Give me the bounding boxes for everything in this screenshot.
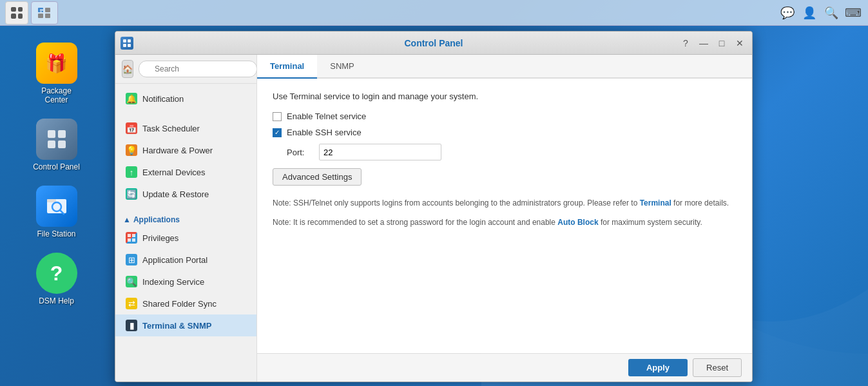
telnet-checkbox-label[interactable]: Enable Telnet service	[273, 111, 366, 121]
svg-rect-7	[58, 130, 66, 138]
control-panel-taskbar-button[interactable]	[31, 1, 58, 24]
svg-rect-21	[132, 238, 135, 242]
ssh-checkbox[interactable]	[273, 128, 282, 137]
advanced-settings-button[interactable]: Advanced Settings	[273, 168, 362, 186]
package-center-icon[interactable]: 🎁 PackageCenter	[18, 39, 95, 108]
ssh-checkbox-label[interactable]: Enable SSH service	[273, 128, 362, 137]
note1-suffix: for more details.	[671, 198, 729, 207]
svg-rect-18	[128, 234, 131, 237]
description-text: Use Terminal service to login and manage…	[273, 92, 737, 101]
svg-rect-19	[132, 234, 135, 237]
sidebar-item-update-restore-label: Update & Restore	[142, 189, 209, 199]
svg-rect-3	[45, 14, 50, 18]
terminal-link[interactable]: Terminal	[640, 198, 671, 207]
svg-rect-15	[128, 39, 131, 43]
terminal-snmp-icon: ▮	[126, 320, 137, 331]
sidebar-item-privileges-label: Privileges	[142, 233, 178, 243]
svg-rect-16	[123, 44, 126, 47]
search-input[interactable]	[139, 61, 257, 77]
sidebar-item-notification-label: Notification	[142, 94, 184, 104]
file-station-desktop-icon[interactable]: File Station	[18, 182, 95, 242]
ssh-label: Enable SSH service	[287, 128, 362, 137]
svg-rect-6	[48, 130, 55, 138]
window-footer: Apply Reset	[257, 353, 752, 381]
sidebar-item-notification[interactable]: 🔔 Notification	[115, 88, 256, 110]
svg-rect-9	[58, 140, 66, 148]
user-icon[interactable]: 👤	[802, 6, 816, 20]
sidebar-item-task-scheduler[interactable]: 📅 Task Scheduler	[115, 117, 256, 139]
tab-bar: Terminal SNMP	[257, 55, 752, 79]
sidebar-item-update-restore[interactable]: 🔄 Update & Restore	[115, 183, 256, 205]
sidebar-item-shared-folder-sync-label: Shared Folder Sync	[142, 299, 217, 309]
auto-block-link[interactable]: Auto Block	[557, 218, 598, 227]
port-label: Port:	[287, 148, 313, 157]
telnet-checkbox[interactable]	[273, 112, 282, 121]
svg-rect-20	[128, 238, 131, 242]
indexing-service-icon: 🔍	[126, 276, 137, 287]
sidebar-item-indexing-service-label: Indexing Service	[142, 277, 204, 287]
sidebar-item-external-devices-label: External Devices	[142, 168, 206, 177]
app-grid-button[interactable]	[5, 1, 28, 24]
update-restore-icon: 🔄	[126, 188, 137, 200]
sidebar-section-notification: 🔔 Notification	[115, 84, 256, 113]
control-panel-desktop-icon[interactable]: Control Panel	[18, 115, 95, 175]
search-taskbar-icon[interactable]: 🔍	[824, 6, 838, 20]
external-devices-icon: ↑	[126, 166, 137, 178]
chat-icon[interactable]: 💬	[780, 6, 795, 20]
applications-header: ▲ Applications	[115, 213, 256, 227]
taskbar-left	[0, 1, 58, 24]
tab-terminal[interactable]: Terminal	[257, 55, 317, 79]
keyboard-icon[interactable]: ⌨	[846, 6, 860, 20]
home-button[interactable]: 🏠	[122, 60, 133, 78]
svg-rect-1	[38, 14, 43, 18]
telnet-row: Enable Telnet service	[273, 111, 737, 121]
apply-button[interactable]: Apply	[628, 359, 688, 376]
help-button[interactable]: ?	[679, 36, 693, 50]
telnet-label: Enable Telnet service	[287, 111, 366, 121]
sidebar-item-application-portal[interactable]: ⊞ Application Portal	[115, 249, 256, 271]
close-button[interactable]: ✕	[733, 36, 747, 50]
minimize-button[interactable]: —	[697, 36, 711, 50]
ssh-row: Enable SSH service	[273, 128, 737, 137]
taskbar: 💬 👤 🔍 ⌨	[0, 0, 868, 26]
port-input[interactable]	[319, 144, 441, 160]
sidebar-item-hardware-power[interactable]: 💡 Hardware & Power	[115, 139, 256, 161]
control-panel-window: Control Panel ? — □ ✕ 🏠 🔍 🔔 Not	[115, 31, 753, 382]
hardware-power-icon: 💡	[126, 144, 137, 156]
note-1: Note: SSH/Telnet only supports logins fr…	[273, 197, 737, 209]
maximize-button[interactable]: □	[715, 36, 729, 50]
application-portal-icon: ⊞	[126, 254, 137, 265]
svg-rect-17	[128, 44, 131, 47]
collapse-icon: ▲	[123, 215, 131, 224]
sidebar-item-privileges[interactable]: Privileges	[115, 227, 256, 249]
svg-rect-2	[45, 8, 50, 12]
svg-rect-8	[48, 140, 55, 148]
privileges-icon	[126, 232, 137, 244]
window-title: Control Panel	[404, 38, 463, 48]
sidebar-section-system: 📅 Task Scheduler 💡 Hardware & Power ↑ Ex…	[115, 113, 256, 209]
sidebar-header: 🏠 🔍	[115, 55, 256, 84]
note1-prefix: Note: SSH/Telnet only supports logins fr…	[273, 198, 640, 207]
sidebar-item-external-devices[interactable]: ↑ External Devices	[115, 161, 256, 183]
content-area: Terminal SNMP Use Terminal service to lo…	[257, 55, 752, 381]
desktop: 🎁 PackageCenter Control Panel File Stati…	[0, 26, 113, 386]
shared-folder-sync-icon: ⇄	[126, 298, 137, 309]
sidebar: 🏠 🔍 🔔 Notification 📅 Task Scheduler	[115, 55, 257, 381]
note2-suffix: for maximum system security.	[599, 218, 702, 227]
sidebar-item-terminal-snmp[interactable]: ▮ Terminal & SNMP	[115, 314, 256, 336]
search-wrapper: 🔍	[139, 61, 257, 77]
sidebar-section-applications: ▲ Applications Privileges	[115, 209, 256, 340]
sidebar-item-task-scheduler-label: Task Scheduler	[142, 124, 200, 133]
port-row: Port:	[273, 144, 737, 160]
reset-button[interactable]: Reset	[693, 358, 742, 377]
sidebar-item-shared-folder-sync[interactable]: ⇄ Shared Folder Sync	[115, 293, 256, 314]
note-2: Note: It is recommended to set a strong …	[273, 217, 737, 228]
task-scheduler-icon: 📅	[126, 122, 137, 134]
main-content: Use Terminal service to login and manage…	[257, 79, 752, 353]
tab-snmp[interactable]: SNMP	[317, 55, 367, 79]
sidebar-item-indexing-service[interactable]: 🔍 Indexing Service	[115, 271, 256, 293]
window-titlebar: Control Panel ? — □ ✕	[115, 32, 752, 55]
sidebar-item-application-portal-label: Application Portal	[142, 255, 207, 265]
note2-prefix: Note: It is recommended to set a strong …	[273, 218, 557, 227]
dsm-help-desktop-icon[interactable]: ? DSM Help	[18, 249, 95, 309]
